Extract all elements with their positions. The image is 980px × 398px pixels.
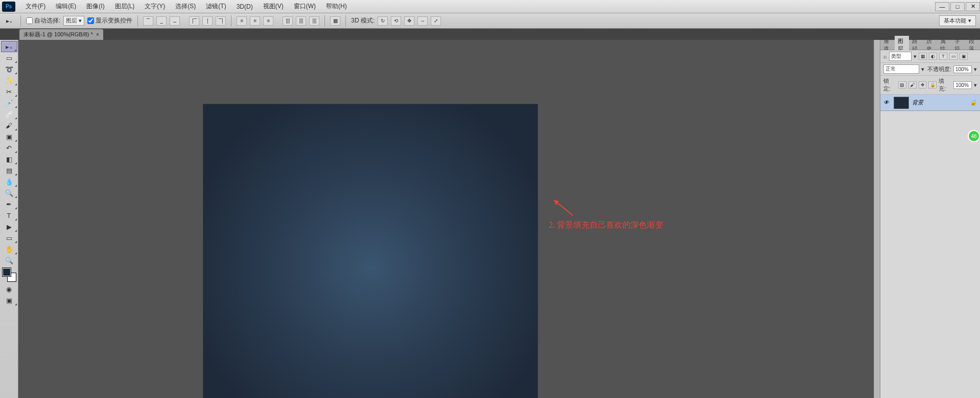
brush-tool[interactable]: 🖌 [1, 120, 17, 131]
hand-tool[interactable]: ✋ [1, 244, 17, 255]
magic-wand-tool[interactable]: ✨ [1, 75, 17, 86]
eraser-tool[interactable]: ◧ [1, 153, 17, 165]
pen-tool[interactable]: ✒ [1, 198, 17, 210]
move-tool[interactable]: ▸₊ [1, 41, 17, 52]
distribute-left-button[interactable]: ||| [283, 16, 293, 26]
menu-3d[interactable]: 3D(D) [231, 3, 258, 10]
crop-tool[interactable]: ✂ [1, 86, 17, 97]
path-selection-tool[interactable]: ▶ [1, 221, 17, 232]
lock-position-icon[interactable]: ✥ [919, 81, 927, 89]
fill-input[interactable]: 100% [953, 81, 972, 89]
filter-smart-icon[interactable]: ▣ [960, 53, 968, 60]
quick-mask-toggle[interactable]: ◉ [1, 283, 17, 295]
menu-view[interactable]: 视图(V) [258, 2, 289, 11]
canvas-area[interactable]: 2. 背景填充自己喜欢的深色渐变 [18, 40, 880, 398]
foreground-color-swatch[interactable] [3, 268, 11, 276]
document-canvas[interactable] [203, 104, 538, 398]
close-button[interactable]: ✕ [966, 2, 980, 11]
3d-orbit-button[interactable]: ↻ [378, 16, 388, 26]
distribute-vcenter-button[interactable]: ≡ [250, 16, 260, 26]
distribute-top-button[interactable]: ≡ [237, 16, 247, 26]
show-transform-checkbox[interactable]: 显示变换控件 [87, 16, 132, 25]
workspace-selector[interactable]: 基本功能▾ [939, 15, 976, 26]
layer-filter-row: ⌕ 类型 ▾ ▦ ◐ T ▭ ▣ [880, 50, 980, 63]
annotation-text: 2. 背景填充自己喜欢的深色渐变 [549, 220, 663, 231]
filter-shape-icon[interactable]: ▭ [949, 53, 958, 60]
type-tool[interactable]: T [1, 210, 17, 221]
move-tool-icon: ▸₊ [3, 16, 15, 26]
marquee-tool[interactable]: ▭ [1, 52, 17, 63]
show-transform-label: 显示变换控件 [96, 16, 132, 25]
floating-badge[interactable]: 48 [968, 130, 980, 142]
opacity-input[interactable]: 100% [953, 65, 972, 73]
screen-mode-toggle[interactable]: ▣ [1, 295, 17, 306]
document-tab[interactable]: 未标题-1 @ 100%(RGB/8) * × [19, 29, 103, 40]
align-hcenter-button[interactable]: | [202, 16, 213, 26]
chevron-down-icon: ▾ [79, 17, 82, 24]
menu-select[interactable]: 选择(S) [170, 2, 201, 11]
3d-mode-label: 3D 模式: [351, 16, 375, 25]
distribute-bottom-button[interactable]: ≡ [263, 16, 273, 26]
kind-filter-select[interactable]: 类型 [889, 52, 912, 61]
menu-image[interactable]: 图像(I) [81, 2, 109, 11]
3d-scale-button[interactable]: ⤢ [431, 16, 441, 26]
menu-filter[interactable]: 滤镜(T) [201, 2, 231, 11]
clone-stamp-tool[interactable]: ▣ [1, 131, 17, 142]
lock-all-icon[interactable]: 🔒 [928, 81, 937, 89]
auto-select-target[interactable]: 图层▾ [63, 16, 84, 26]
filter-adjust-icon[interactable]: ◐ [929, 53, 937, 60]
minimize-button[interactable]: — [935, 2, 949, 11]
blend-opacity-row: 正常 ▾ 不透明度: 100% ▾ [880, 63, 980, 76]
3d-roll-button[interactable]: ⟲ [391, 16, 401, 26]
collapsed-panel-strip[interactable] [874, 40, 880, 398]
show-transform-input[interactable] [87, 17, 94, 24]
auto-align-button[interactable]: ▦ [330, 16, 340, 26]
zoom-tool[interactable]: 🔍 [1, 255, 17, 266]
chevron-down-icon: ▾ [974, 66, 977, 73]
auto-select-label: 自动选择: [34, 16, 60, 25]
panel-tab-row: 通道 图层 路径 历史 属性 字符 段落 [880, 40, 980, 50]
menu-layer[interactable]: 图层(L) [110, 2, 140, 11]
layer-item-background[interactable]: 👁 背景 🔒 [880, 95, 980, 111]
auto-select-checkbox[interactable]: 自动选择: [26, 16, 60, 25]
visibility-toggle-icon[interactable]: 👁 [883, 99, 891, 106]
align-top-button[interactable]: ⎺ [143, 16, 153, 26]
layer-thumbnail[interactable] [894, 97, 909, 109]
filter-pixel-icon[interactable]: ▦ [919, 53, 927, 60]
lasso-tool[interactable]: ➰ [1, 63, 17, 75]
chevron-down-icon: ▾ [914, 53, 917, 60]
filter-type-icon[interactable]: T [939, 53, 947, 60]
blend-mode-select[interactable]: 正常 [883, 64, 919, 74]
align-left-button[interactable]: |⎺ [189, 16, 199, 26]
menu-type[interactable]: 文字(Y) [139, 2, 170, 11]
maximize-button[interactable]: □ [950, 2, 965, 11]
distribute-hcenter-button[interactable]: ||| [296, 16, 306, 26]
lock-label: 锁定: [883, 77, 896, 93]
opacity-label: 不透明度: [927, 65, 951, 73]
menu-help[interactable]: 帮助(H) [321, 2, 352, 11]
eyedropper-tool[interactable]: 💉 [1, 97, 17, 108]
chevron-down-icon: ▾ [968, 17, 971, 24]
align-right-button[interactable]: ⎺| [216, 16, 226, 26]
healing-brush-tool[interactable]: 🩹 [1, 108, 17, 120]
auto-select-input[interactable] [26, 17, 33, 24]
dodge-tool[interactable]: 🔍 [1, 187, 17, 198]
menu-edit[interactable]: 编辑(E) [51, 2, 81, 11]
3d-pan-button[interactable]: ✥ [404, 16, 414, 26]
history-brush-tool[interactable]: ↶ [1, 142, 17, 153]
align-bottom-button[interactable]: ⎽ [170, 16, 180, 26]
lock-transparency-icon[interactable]: ▨ [898, 81, 906, 89]
search-icon: ⌕ [883, 53, 887, 59]
blur-tool[interactable]: 💧 [1, 176, 17, 187]
3d-slide-button[interactable]: ↔ [417, 16, 428, 26]
close-tab-icon[interactable]: × [96, 32, 99, 37]
align-vcenter-button[interactable]: ⎯ [156, 16, 167, 26]
color-swatches[interactable] [3, 268, 16, 281]
distribute-right-button[interactable]: ||| [309, 16, 319, 26]
main-area: ▸₊ ▭ ➰ ✨ ✂ 💉 🩹 🖌 ▣ ↶ ◧ ▤ 💧 🔍 ✒ T ▶ ▭ ✋ 🔍… [0, 40, 980, 398]
lock-pixels-icon[interactable]: 🖌 [908, 81, 917, 89]
gradient-tool[interactable]: ▤ [1, 165, 17, 176]
menu-file[interactable]: 文件(F) [20, 2, 51, 11]
menu-window[interactable]: 窗口(W) [289, 2, 321, 11]
shape-tool[interactable]: ▭ [1, 232, 17, 244]
